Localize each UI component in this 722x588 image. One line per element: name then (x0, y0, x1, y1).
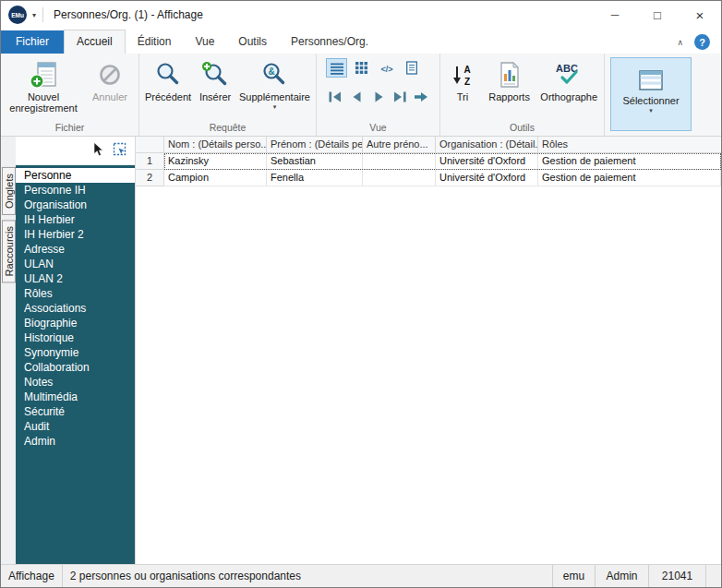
column-header-nom[interactable]: Nom : (Détails perso... (164, 137, 267, 152)
sort-icon: A Z (451, 58, 475, 91)
table-cell-nom[interactable]: Kazinsky (164, 153, 267, 170)
sidebar-item-admin[interactable]: Admin (16, 434, 135, 449)
column-header-autre-prenom[interactable]: Autre préno... (363, 137, 436, 152)
grid-view-button[interactable] (351, 58, 372, 78)
code-view-button[interactable]: </> (376, 58, 397, 78)
supplementary-search-button[interactable]: & Supplémentaire ▾ (235, 55, 314, 121)
page-view-button[interactable] (401, 58, 422, 78)
tab-outils[interactable]: Outils (226, 30, 279, 54)
sidebar-item-audit[interactable]: Audit (16, 419, 135, 434)
reports-label: Rapports (488, 91, 530, 102)
sidebar-item-securite[interactable]: Sécurité (16, 404, 135, 419)
table-cell-organisation[interactable]: Université d'Oxford (436, 170, 538, 186)
svg-text:</>: </> (380, 64, 392, 73)
select-dropdown-caret-icon[interactable]: ▾ (649, 107, 653, 114)
next-record-button[interactable] (368, 86, 387, 108)
vertical-tab-raccourcis[interactable]: Raccourcis (2, 220, 16, 282)
table-cell-prenom[interactable]: Sebastian (267, 153, 363, 170)
cancel-icon (98, 58, 122, 91)
window-controls: ─ □ × (594, 1, 721, 29)
previous-search-button[interactable]: Précédent (141, 55, 195, 121)
sidebar-item-roles[interactable]: Rôles (16, 286, 135, 301)
status-mode: Affichage (1, 565, 63, 587)
spelling-icon: ABC (554, 58, 584, 91)
previous-record-button[interactable] (347, 86, 366, 108)
content-area: Onglets Raccourcis Personne (1, 137, 721, 564)
ribbon-group-label: Outils (442, 121, 602, 136)
close-button[interactable]: × (679, 1, 721, 29)
side-tab-strip: Onglets Raccourcis (1, 137, 16, 564)
titlebar: EMu ▾ Personnes/Org. (1) - Affichage ─ □… (1, 1, 721, 29)
sidebar-item-multimedia[interactable]: Multimédia (16, 390, 135, 404)
insert-search-button[interactable]: Insérer (195, 55, 235, 121)
first-record-button[interactable] (326, 86, 344, 108)
grid-view-icon (355, 61, 368, 75)
table-cell-autre-prenom[interactable] (363, 170, 436, 186)
cancel-button: Annuler (84, 55, 136, 121)
column-header-prenom[interactable]: Prénom : (Détails per... (267, 137, 363, 152)
page-view-icon (405, 61, 418, 75)
minimize-button[interactable]: ─ (594, 1, 636, 29)
list-view-button[interactable] (326, 58, 347, 78)
select-all-icon[interactable] (113, 142, 126, 160)
sidebar-item-organisation[interactable]: Organisation (16, 198, 135, 212)
row-number-cell: 1 (136, 153, 164, 170)
supplementary-dropdown-caret-icon[interactable]: ▾ (273, 103, 277, 110)
table-cell-autre-prenom[interactable] (363, 153, 436, 170)
select-button[interactable]: Sélectionner ▾ (610, 57, 692, 131)
table-cell-roles[interactable]: Gestion de paiement (538, 170, 721, 186)
search-previous-icon (154, 58, 182, 91)
sidebar-item-personne[interactable]: Personne (16, 168, 135, 183)
column-header-organisation[interactable]: Organisation : (Détail... (436, 137, 538, 152)
svg-text:Z: Z (464, 77, 470, 87)
tab-edition[interactable]: Édition (126, 30, 184, 54)
table-row[interactable]: 2 Campion Fenella Université d'Oxford Ge… (136, 170, 721, 186)
sidebar-item-adresse[interactable]: Adresse (16, 242, 135, 257)
table-cell-nom[interactable]: Campion (164, 170, 267, 186)
new-record-button[interactable]: Nouvel enregistrement (3, 55, 84, 121)
table-empty-area (136, 186, 721, 564)
sidebar-item-personne-ih[interactable]: Personne IH (16, 183, 135, 198)
app-window: EMu ▾ Personnes/Org. (1) - Affichage ─ □… (0, 0, 722, 588)
sidebar-item-notes[interactable]: Notes (16, 375, 135, 390)
maximize-button[interactable]: □ (636, 1, 679, 29)
table-cell-prenom[interactable]: Fenella (267, 170, 363, 186)
row-cells[interactable]: Kazinsky Sebastian Université d'Oxford G… (164, 153, 721, 170)
tab-accueil[interactable]: Accueil (64, 30, 126, 54)
spelling-button[interactable]: ABC Orthographe (535, 55, 602, 121)
quick-access-caret-icon[interactable]: ▾ (32, 11, 36, 19)
vertical-tab-onglets[interactable]: Onglets (2, 167, 16, 215)
table-cell-roles[interactable]: Gestion de paiement (538, 153, 721, 170)
sidebar-item-historique[interactable]: Historique (16, 330, 135, 345)
insert-search-label: Insérer (199, 91, 231, 102)
cursor-tool-icon[interactable] (92, 142, 104, 161)
ribbon-collapse-icon[interactable]: ∧ (677, 38, 683, 47)
sidebar-item-ulan-2[interactable]: ULAN 2 (16, 271, 135, 286)
column-header-roles[interactable]: Rôles (538, 137, 721, 152)
goto-record-button[interactable] (412, 86, 430, 108)
last-record-button[interactable] (391, 86, 409, 108)
row-cells[interactable]: Campion Fenella Université d'Oxford Gest… (164, 170, 721, 186)
sort-button[interactable]: A Z Tri (442, 55, 483, 121)
row-number-header (136, 137, 164, 152)
help-icon[interactable]: ? (694, 34, 710, 50)
table-cell-organisation[interactable]: Université d'Oxford (436, 153, 538, 170)
tab-personnes-org[interactable]: Personnes/Org. (279, 30, 380, 54)
new-record-label: Nouvel enregistrement (6, 91, 80, 114)
table-row[interactable]: 1 Kazinsky Sebastian Université d'Oxford… (136, 153, 721, 170)
sidebar-item-ih-herbier-2[interactable]: IH Herbier 2 (16, 227, 135, 242)
resize-grip[interactable] (705, 565, 721, 587)
sidebar-item-ih-herbier[interactable]: IH Herbier (16, 212, 135, 227)
tab-vue[interactable]: Vue (183, 30, 226, 54)
sidebar-item-collaboration[interactable]: Collaboration (16, 360, 135, 375)
next-record-icon (371, 90, 386, 104)
sidebar-item-ulan[interactable]: ULAN (16, 257, 135, 271)
sidebar-item-synonymie[interactable]: Synonymie (16, 345, 135, 360)
last-record-icon (391, 90, 408, 104)
svg-text:&: & (269, 66, 275, 77)
reports-button[interactable]: Rapports (483, 55, 536, 121)
row-number-cell: 2 (136, 170, 164, 186)
tab-fichier[interactable]: Fichier (1, 30, 64, 54)
sidebar-item-biographie[interactable]: Biographie (16, 316, 135, 330)
sidebar-item-associations[interactable]: Associations (16, 301, 135, 316)
